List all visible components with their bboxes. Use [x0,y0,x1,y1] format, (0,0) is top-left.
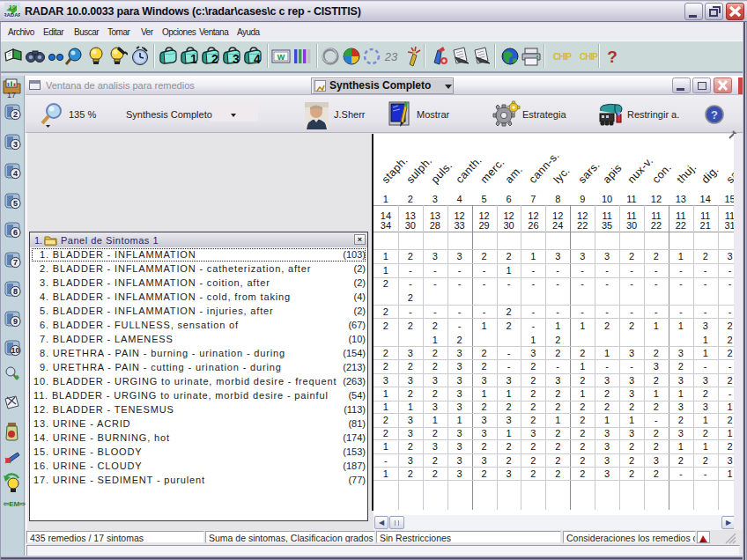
svg-text:RADAR: RADAR [4,12,20,18]
svg-text:3: 3 [233,52,240,66]
svg-text:CHIP: CHIP [553,52,572,62]
svg-text:23: 23 [384,50,398,63]
svg-text:10: 10 [9,4,16,11]
svg-text:1: 1 [190,52,197,66]
svg-text:4: 4 [13,169,18,178]
svg-text:3: 3 [13,140,18,149]
svg-text:CHIP: CHIP [580,52,598,62]
svg-text:?: ? [711,108,718,122]
svg-text:?: ? [607,48,618,66]
svg-text:6: 6 [13,228,18,237]
svg-text:4: 4 [254,52,261,66]
svg-text:W: W [277,53,285,62]
svg-text:2: 2 [13,110,18,119]
svg-text:2: 2 [211,52,218,66]
svg-text:5: 5 [13,199,18,208]
